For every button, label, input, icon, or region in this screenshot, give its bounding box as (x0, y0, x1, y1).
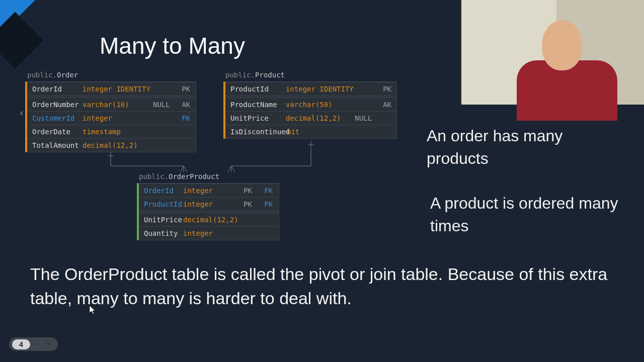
chevron-left-icon: ‹ (20, 108, 23, 118)
webcam-overlay (460, 0, 644, 105)
slide-counter[interactable]: 4 − + (9, 337, 58, 351)
table-row: UnitPrice decimal(12,2) NULL (225, 111, 396, 125)
slide-paragraph: The OrderProduct table is called the piv… (30, 262, 614, 310)
plus-icon[interactable]: + (45, 339, 51, 349)
er-table-caption: public.Order (27, 71, 78, 79)
slide-note-a: An order has many products (427, 125, 618, 170)
svg-marker-8 (90, 306, 95, 314)
table-row: OrderDate timestamp (27, 125, 196, 138)
decorative-corner-shadow (0, 12, 44, 68)
table-row: UnitPrice decimal(12,2) (139, 213, 279, 226)
slide-title: Many to Many (100, 32, 245, 59)
table-row: ProductId integer PK FK (139, 197, 279, 211)
table-row: TotalAmount decimal(12,2) (27, 138, 196, 152)
minus-icon[interactable]: − (35, 339, 41, 349)
table-row: ProductId integer IDENTITY PK (225, 82, 396, 96)
table-row: Quantity integer (139, 226, 279, 240)
table-row: ProductName varchar(50) AK (225, 98, 396, 111)
table-row: OrderId integer IDENTITY PK (27, 82, 196, 96)
er-table-caption: public.OrderProduct (139, 172, 219, 180)
table-row: CustomerId integer FK (27, 111, 196, 125)
slide-note-b: A product is ordered many times (430, 192, 621, 237)
er-table-product: public.Product ProductId integer IDENTIT… (223, 81, 397, 139)
er-table-orderproduct: public.OrderProduct OrderId integer PK F… (137, 183, 279, 240)
table-row: IsDiscontinued bit (225, 125, 396, 138)
mouse-cursor-icon (90, 306, 96, 315)
er-table-caption: public.Product (225, 71, 285, 79)
table-row: OrderId integer PK FK (139, 184, 279, 197)
er-table-order: public.Order OrderId integer IDENTITY PK… (25, 81, 196, 152)
slide-number-pill[interactable]: 4 (12, 339, 30, 349)
table-row: OrderNumber varchar(10) NULL AK (27, 98, 196, 111)
